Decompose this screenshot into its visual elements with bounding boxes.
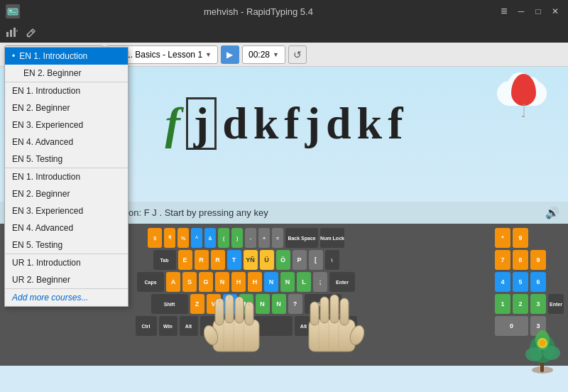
left-hand (202, 291, 273, 359)
key-l: L (297, 272, 311, 292)
menu-item-bullet: • (12, 51, 15, 61)
numpad-2: 2 (513, 294, 528, 314)
title-bar: mehvish - RapidTyping 5.4 ≡ ─ □ ✕ (0, 0, 568, 23)
menu-item-3[interactable]: EN 2. Beginner (5, 99, 128, 116)
key-lbracket: [ (309, 250, 323, 270)
key-h: H (248, 272, 262, 292)
app-icon (6, 4, 20, 18)
numpad-7: 7 (495, 250, 510, 270)
key-y: YÑ (244, 250, 258, 270)
key-plus: + (258, 228, 270, 248)
key-dollar: $ (148, 228, 162, 248)
menu-item-11[interactable]: EN 5. Testing (5, 236, 128, 254)
svg-rect-34 (310, 302, 319, 325)
numpad-3: 3 (530, 294, 546, 314)
title-bar-left (6, 4, 20, 18)
numpad-1: 1 (495, 294, 510, 314)
menu-icon[interactable]: ≡ (497, 4, 511, 18)
menu-item-5[interactable]: EN 4. Advanced (5, 134, 128, 151)
key-semi: ; (313, 272, 327, 292)
key-rparen: ) (231, 228, 243, 248)
stats-icon[interactable] (6, 26, 18, 40)
key-lalt: Alt (180, 316, 198, 336)
maximize-button[interactable]: □ (531, 4, 545, 18)
key-enter: Enter (329, 272, 355, 292)
key-minus: - (245, 228, 256, 248)
key-t: T (227, 250, 241, 270)
key-g: H (231, 272, 246, 292)
key-i: Ö (276, 250, 290, 270)
key-k: N (280, 272, 295, 292)
key-caret: ^ (191, 228, 202, 248)
menu-item-0[interactable]: • EN 1. Introduction (5, 48, 128, 65)
letter-f: f (165, 101, 180, 146)
reset-button[interactable]: ↺ (288, 45, 307, 64)
letter-f2: f (284, 101, 299, 146)
menu-item-1[interactable]: EN 2. Beginner (5, 65, 128, 82)
key-win: Win (159, 316, 178, 336)
key-tab: Tab (153, 250, 176, 270)
edit-icon[interactable] (26, 26, 37, 40)
volume-icon[interactable]: 🔊 (545, 206, 559, 219)
menu-item-6[interactable]: EN 5. Testing (5, 151, 128, 168)
svg-rect-4 (10, 30, 12, 37)
balloon-decoration (511, 74, 536, 106)
key-j-home: N (264, 272, 278, 292)
svg-rect-36 (330, 295, 339, 323)
key-backspace: Back Space (285, 228, 318, 248)
right-hand (295, 291, 366, 359)
menu-item-8[interactable]: EN 2. Beginner (5, 185, 128, 202)
timer-display[interactable]: 00:28 ▼ (242, 45, 285, 64)
numpad-6: 6 (530, 272, 546, 292)
key-equals-top: = (272, 228, 283, 248)
svg-rect-3 (6, 32, 9, 37)
key-rupee: ₹ (164, 228, 175, 248)
numpad-5: 5 (513, 272, 528, 292)
play-button[interactable]: ▶ (221, 45, 239, 64)
svg-rect-6 (16, 30, 18, 32)
lesson-label: 1. Basics - Lesson 1 (126, 50, 202, 60)
key-caps: Caps (137, 272, 164, 292)
timer-arrow: ▼ (273, 51, 279, 58)
numpad-row-1: 7 8 9 (495, 250, 564, 270)
menu-item-4[interactable]: EN 3. Experienced (5, 116, 128, 134)
svg-rect-37 (340, 298, 349, 325)
key-u: Ü (260, 250, 274, 270)
letter-d2: d (326, 101, 351, 146)
key-f-home: N (215, 272, 229, 292)
course-dropdown-menu: • EN 1. Introduction EN 2. Beginner EN 1… (4, 47, 129, 307)
add-more-courses-button[interactable]: Add more courses... (5, 289, 128, 306)
plant-decoration (523, 327, 562, 376)
numpad-row-3: 1 2 3 Enter (495, 294, 564, 314)
numpad-row-0: * 9 (495, 228, 564, 248)
secondary-toolbar (0, 23, 568, 43)
letter-k1: k (253, 101, 279, 146)
menu-item-2[interactable]: EN 1. Introduction (5, 82, 128, 99)
numpad: * 9 7 8 9 4 5 6 1 2 (495, 228, 564, 338)
menu-item-13[interactable]: UR 2. Beginner (5, 271, 128, 288)
svg-line-7 (31, 31, 33, 33)
numpad-row-2: 4 5 6 (495, 272, 564, 292)
svg-rect-1 (9, 10, 12, 11)
time-value: 00:28 (248, 50, 270, 60)
key-amp: & (204, 228, 216, 248)
menu-item-7[interactable]: EN 1. Introduction (5, 168, 128, 185)
minimize-button[interactable]: ─ (514, 4, 528, 18)
key-e: E (178, 250, 192, 270)
key-lctrl: Ctrl (136, 316, 157, 336)
letter-f3: f (388, 101, 403, 146)
key-a: A (166, 272, 180, 292)
letter-k2: k (357, 101, 383, 146)
numpad-9b: 9 (530, 250, 546, 270)
window-controls: ≡ ─ □ ✕ (497, 4, 562, 18)
numpad-4: 4 (495, 272, 510, 292)
menu-item-12[interactable]: UR 1. Introduction (5, 254, 128, 271)
key-r: R (195, 250, 209, 270)
close-button[interactable]: ✕ (548, 4, 562, 18)
menu-item-9[interactable]: EN 3. Experienced (5, 202, 128, 219)
numpad-enter: Enter (548, 294, 564, 314)
key-o: P (293, 250, 307, 270)
key-lparen: ( (218, 228, 229, 248)
menu-item-10[interactable]: EN 4. Advanced (5, 219, 128, 236)
numpad-9: 9 (513, 228, 528, 248)
